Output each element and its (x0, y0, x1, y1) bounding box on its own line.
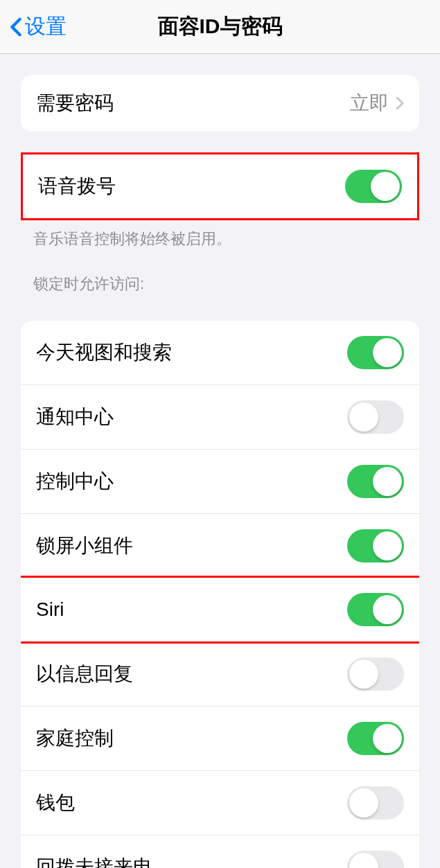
toggle-knob (373, 531, 402, 560)
lock-access-toggle[interactable] (347, 722, 404, 755)
lock-access-row: 回拨未接来电 (21, 835, 419, 868)
lock-access-item-label: 钱包 (36, 790, 75, 816)
lock-access-row: 控制中心 (21, 449, 419, 513)
lock-access-row: 锁屏小组件 (21, 513, 419, 578)
lock-access-header: 锁定时允许访问: (0, 250, 440, 300)
lock-access-item-label: 锁屏小组件 (36, 533, 133, 559)
require-passcode-label: 需要密码 (36, 90, 114, 116)
lock-access-row: 通知中心 (21, 384, 419, 449)
toggle-knob (371, 172, 400, 201)
lock-access-row: 以信息回复 (21, 641, 419, 706)
require-passcode-row[interactable]: 需要密码 立即 (21, 75, 419, 132)
lock-access-item-label: 今天视图和搜索 (36, 339, 172, 366)
lock-access-toggle[interactable] (347, 593, 404, 626)
back-button[interactable]: 设置 (10, 12, 67, 41)
lock-access-item-label: 家庭控制 (36, 725, 114, 752)
require-passcode-value-text: 立即 (350, 90, 389, 116)
lock-access-row: Siri (21, 576, 419, 644)
lock-access-group: 今天视图和搜索通知中心控制中心锁屏小组件Siri以信息回复家庭控制钱包回拨未接来… (21, 321, 419, 868)
lock-access-toggle[interactable] (347, 400, 404, 434)
toggle-knob (373, 338, 402, 367)
lock-access-item-label: Siri (36, 599, 64, 621)
nav-header: 设置 面容ID与密码 (0, 0, 440, 54)
toggle-knob (373, 724, 402, 753)
lock-access-row: 今天视图和搜索 (21, 321, 419, 384)
lock-access-item-label: 回拨未接来电 (36, 854, 152, 868)
lock-access-toggle[interactable] (347, 786, 404, 820)
require-passcode-group: 需要密码 立即 (21, 75, 419, 132)
voice-dial-row: 语音拨号 (23, 154, 417, 218)
lock-access-toggle[interactable] (347, 657, 404, 691)
chevron-left-icon (10, 17, 22, 37)
lock-access-toggle[interactable] (347, 529, 404, 563)
toggle-knob (373, 595, 402, 624)
lock-access-item-label: 以信息回复 (36, 661, 133, 687)
page-title: 面容ID与密码 (158, 12, 283, 41)
toggle-knob (373, 467, 402, 496)
lock-access-item-label: 通知中心 (36, 404, 114, 430)
content: 需要密码 立即 语音拨号 音乐语音控制将始终被启用。 锁定时允许访问: 今天视图… (0, 75, 440, 868)
voice-dial-group: 语音拨号 (21, 152, 419, 220)
lock-access-item-label: 控制中心 (36, 468, 114, 495)
lock-access-toggle[interactable] (347, 465, 404, 498)
require-passcode-value: 立即 (350, 90, 404, 116)
chevron-right-icon (396, 96, 404, 110)
voice-dial-label: 语音拨号 (38, 173, 116, 200)
toggle-knob (349, 788, 378, 817)
back-label: 设置 (25, 12, 67, 41)
lock-access-toggle[interactable] (347, 851, 404, 868)
lock-access-row: 钱包 (21, 770, 419, 835)
toggle-knob (349, 853, 378, 868)
toggle-knob (349, 402, 378, 432)
toggle-knob (349, 659, 378, 689)
lock-access-toggle[interactable] (347, 336, 404, 369)
voice-dial-toggle[interactable] (345, 170, 402, 203)
voice-dial-footer: 音乐语音控制将始终被启用。 (0, 220, 440, 250)
lock-access-row: 家庭控制 (21, 706, 419, 770)
